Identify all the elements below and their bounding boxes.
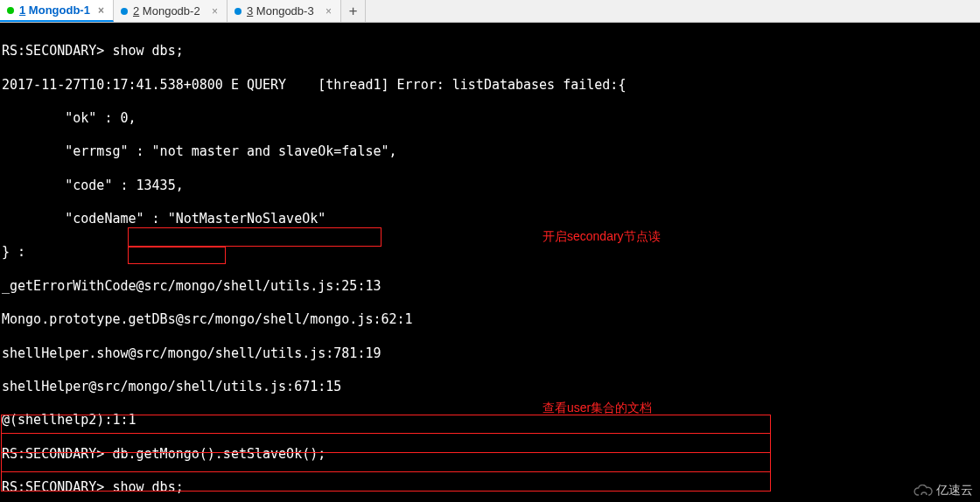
terminal-line: "ok" : 0,: [2, 110, 978, 127]
annotation-view-user-docs: 查看user集合的文档: [542, 401, 652, 416]
terminal-line: "code" : 13435,: [2, 178, 978, 194]
tab-label: 3 Mongodb-3: [247, 4, 314, 17]
close-icon[interactable]: ×: [210, 5, 220, 17]
tab-mongodb-1[interactable]: 1 Mongodb-1 ×: [0, 0, 114, 22]
watermark-text: 亿速云: [936, 483, 973, 499]
terminal-line: "codeName" : "NotMasterNoSlaveOk": [2, 211, 978, 227]
close-icon[interactable]: ×: [324, 5, 333, 17]
terminal-line: } :: [2, 244, 978, 261]
terminal-line: RS:SECONDARY> show dbs;: [2, 43, 978, 59]
add-tab-button[interactable]: +: [341, 0, 366, 22]
terminal-line: 2017-11-27T10:17:41.538+0800 E QUERY [th…: [2, 77, 978, 94]
tab-label: 2 Mongodb-2: [133, 4, 200, 17]
status-dot-icon: [121, 8, 128, 15]
terminal-line: "errmsg" : "not master and slaveOk=false…: [2, 143, 978, 160]
tab-label: 1 Mongodb-1: [19, 3, 90, 17]
tab-mongodb-2[interactable]: 2 Mongodb-2 ×: [114, 0, 228, 22]
annotation-secondary-read: 开启secondary节点读: [542, 229, 661, 245]
terminal-line: @(shellhelp2):1:1: [2, 412, 978, 429]
terminal-line: shellHelper@src/mongo/shell/utils.js:671…: [2, 379, 978, 395]
tab-bar: 1 Mongodb-1 × 2 Mongodb-2 × 3 Mongodb-3 …: [0, 0, 980, 23]
terminal-line: _getErrorWithCode@src/mongo/shell/utils.…: [2, 278, 978, 295]
terminal-line: shellHelper.show@src/mongo/shell/utils.j…: [2, 345, 978, 362]
cloud-icon: [914, 485, 933, 497]
watermark: 亿速云: [914, 483, 973, 499]
tab-mongodb-3[interactable]: 3 Mongodb-3 ×: [228, 0, 341, 22]
terminal-line: Mongo.prototype.getDBs@src/mongo/shell/m…: [2, 311, 978, 328]
terminal-output[interactable]: RS:SECONDARY> show dbs; 2017-11-27T10:17…: [0, 23, 980, 502]
status-dot-icon: [234, 8, 242, 15]
terminal-line: RS:SECONDARY> show dbs;: [2, 479, 978, 496]
close-icon[interactable]: ×: [96, 4, 106, 17]
terminal-line: RS:SECONDARY> db.getMongo().setSlaveOk()…: [2, 446, 978, 463]
status-dot-icon: [7, 7, 14, 14]
